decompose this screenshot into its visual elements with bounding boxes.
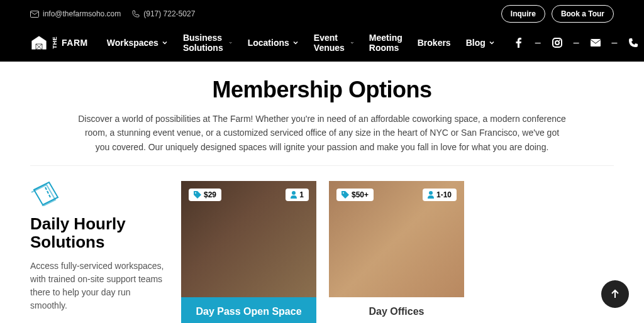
navbar: THE FARM Workspaces Business Solutions L… — [0, 28, 644, 62]
price-badge: $29 — [189, 189, 221, 201]
price-badge: $50+ — [336, 189, 374, 201]
section-title: Daily Hourly Solutions — [30, 215, 169, 251]
chevron-down-icon — [229, 40, 232, 46]
dash-sep: – — [535, 37, 541, 48]
facebook-icon[interactable] — [514, 38, 524, 48]
person-icon — [291, 191, 297, 199]
capacity-badge: 1-10 — [423, 189, 457, 201]
inquire-button[interactable]: Inquire — [501, 5, 545, 23]
phone-link[interactable]: (917) 722-5027 — [132, 9, 195, 18]
email-text: info@thefarmsoho.com — [43, 9, 121, 18]
person-icon — [428, 191, 434, 199]
nav-locations[interactable]: Locations — [248, 33, 299, 53]
svg-point-8 — [429, 191, 433, 195]
svg-point-2 — [555, 41, 559, 45]
topbar-right: Inquire Book a Tour — [501, 5, 614, 23]
social-icons: – – – — [514, 37, 639, 48]
chevron-down-icon — [489, 40, 495, 46]
phone-icon[interactable] — [628, 38, 638, 48]
nav-links: Workspaces Business Solutions Locations … — [107, 33, 495, 53]
nav-workspaces[interactable]: Workspaces — [107, 33, 168, 53]
svg-rect-4 — [591, 39, 601, 47]
phone-icon — [132, 10, 140, 18]
card-day-pass[interactable]: $29 1 Day Pass Open Space Access fully-s… — [181, 181, 316, 323]
svg-point-7 — [343, 192, 344, 194]
chevron-down-icon — [350, 40, 354, 46]
card-day-offices[interactable]: $50+ 1-10 Day Offices You don't need a f… — [329, 181, 464, 323]
logo-text: FARM — [62, 38, 88, 48]
section-left: Daily Hourly Solutions Access fully-serv… — [30, 181, 169, 312]
svg-point-3 — [559, 40, 560, 41]
nav-meeting[interactable]: Meeting Rooms — [369, 33, 402, 53]
nav-brokers[interactable]: Brokers — [418, 33, 451, 53]
nav-events[interactable]: Event Venues — [314, 33, 354, 53]
svg-rect-1 — [553, 38, 562, 47]
cards: $29 1 Day Pass Open Space Access fully-s… — [181, 181, 464, 323]
mail-icon[interactable] — [591, 38, 601, 48]
page-intro: Discover a world of possibilities at The… — [77, 112, 567, 154]
phone-text: (917) 722-5027 — [143, 9, 195, 18]
card-body: Day Pass Open Space Access fully-service… — [181, 297, 316, 323]
topbar: info@thefarmsoho.com (917) 722-5027 Inqu… — [0, 0, 644, 28]
divider — [30, 165, 614, 166]
card-image: $50+ 1-10 — [329, 181, 464, 297]
nav-blog[interactable]: Blog — [466, 33, 495, 53]
chevron-down-icon — [162, 40, 168, 46]
book-tour-button[interactable]: Book a Tour — [552, 5, 614, 23]
section-desc: Access fully-serviced workspaces, with t… — [30, 260, 169, 312]
nav-business[interactable]: Business Solutions — [183, 33, 233, 53]
tag-icon — [341, 191, 349, 199]
email-link[interactable]: info@thefarmsoho.com — [30, 9, 121, 18]
svg-point-5 — [195, 192, 196, 194]
mail-icon — [30, 11, 39, 18]
capacity-badge: 1 — [286, 189, 309, 201]
card-title: Day Pass Open Space — [189, 306, 309, 317]
instagram-icon[interactable] — [552, 38, 562, 48]
arrow-up-icon — [609, 288, 621, 300]
logo[interactable]: THE FARM — [30, 36, 88, 50]
barn-icon — [30, 36, 48, 50]
card-image: $29 1 — [181, 181, 316, 297]
card-title: Day Offices — [336, 306, 457, 317]
section-row: Daily Hourly Solutions Access fully-serv… — [30, 181, 614, 323]
scroll-top-button[interactable] — [601, 280, 629, 308]
page-title: Membership Options — [30, 77, 614, 103]
card-body: Day Offices You don't need a full time o… — [329, 297, 464, 323]
ticket-icon — [30, 181, 60, 206]
topbar-left: info@thefarmsoho.com (917) 722-5027 — [30, 9, 195, 18]
dash-sep: – — [612, 37, 618, 48]
svg-point-6 — [292, 191, 296, 195]
main-content: Membership Options Discover a world of p… — [0, 62, 644, 323]
tag-icon — [194, 191, 201, 199]
chevron-down-icon — [292, 40, 299, 46]
dash-sep: – — [574, 37, 579, 48]
